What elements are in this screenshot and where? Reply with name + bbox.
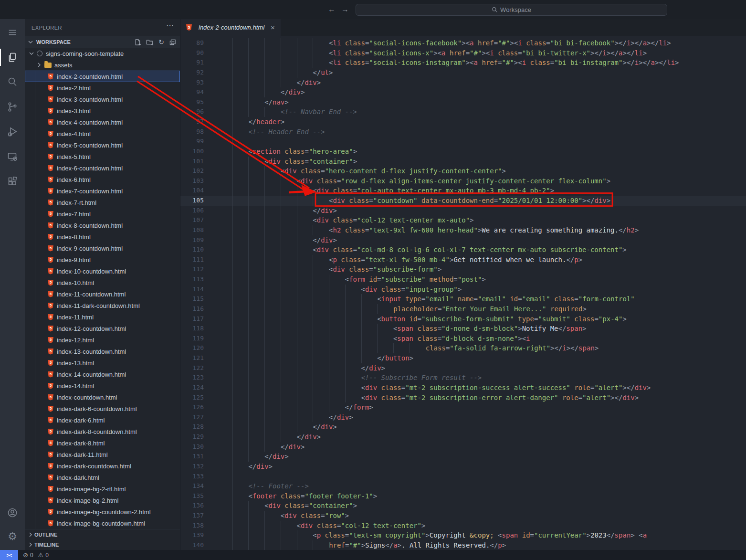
file-row[interactable]: 5 index-4.html (25, 128, 180, 139)
new-file-icon[interactable] (134, 39, 141, 46)
settings-gear-icon[interactable]: ⚙ (0, 527, 25, 546)
file-row[interactable]: 5 index-12-countdown.html (25, 323, 180, 334)
file-row[interactable]: 5 index-2.html (25, 82, 180, 94)
code-line: 107 <div class="col-12 text-center mx-au… (180, 215, 746, 225)
file-name: index-image-bg-2-rtl.html (57, 486, 126, 493)
file-row[interactable]: 5 index-11-countdown.html (25, 288, 180, 300)
html-file-icon: 5 (48, 96, 53, 103)
folder-icon (44, 63, 52, 68)
file-row[interactable]: 5 index-dark-8-countdown.html (25, 426, 180, 437)
code-line: 103 <div class="row d-flex align-items-c… (180, 176, 746, 186)
new-folder-icon[interactable] (146, 39, 154, 46)
file-row[interactable]: 5 index-6-countdown.html (25, 162, 180, 174)
search-sidebar-icon[interactable] (0, 72, 25, 93)
file-row[interactable]: 5 index-dark-11.html (25, 449, 180, 460)
html-file-icon: 5 (48, 165, 53, 171)
html-file-icon: 5 (48, 383, 53, 389)
file-row[interactable]: 5 index-dark-6.html (25, 414, 180, 426)
file-row[interactable]: 5 index-7-countdown.html (25, 185, 180, 197)
collapse-all-icon[interactable] (169, 39, 176, 46)
html-file-icon: 5 (48, 394, 53, 401)
outline-section-header[interactable]: OUTLINE (25, 529, 180, 539)
code-line: 130 </div> (180, 442, 746, 452)
file-row[interactable]: 5 index-3-countdown.html (25, 94, 180, 105)
explorer-icon[interactable] (0, 47, 25, 68)
file-name: index-dark-8-countdown.html (57, 428, 137, 435)
file-row[interactable]: 5 index-image-bg-countdown.html (25, 518, 180, 529)
account-icon[interactable] (0, 502, 25, 523)
file-row[interactable]: 5 index-2-countdown.html (25, 71, 180, 82)
file-row[interactable]: 5 index-dark-countdown.html (25, 460, 180, 472)
html-file-icon: 5 (48, 497, 53, 504)
menu-icon[interactable] (0, 22, 25, 43)
back-arrow-icon[interactable]: ← (326, 4, 337, 15)
folder-name: assets (54, 62, 73, 69)
file-row[interactable]: 5 index-9-countdown.html (25, 243, 180, 254)
line-number: 131 (180, 452, 204, 462)
workspace-search-input[interactable]: Workspace (356, 4, 667, 16)
tree-item-assets-folder[interactable]: assets (25, 59, 180, 71)
file-name: index-dark-countdown.html (57, 463, 131, 470)
file-row[interactable]: 5 index-dark.html (25, 472, 180, 483)
file-row[interactable]: 5 index-5-countdown.html (25, 139, 180, 151)
extensions-icon[interactable] (0, 171, 25, 192)
file-name: index-dark-8.html (57, 440, 105, 447)
file-row[interactable]: 5 index-11-dark-countdown.html (25, 300, 180, 311)
line-number: 137 (180, 511, 204, 521)
file-row[interactable]: 5 index-13.html (25, 357, 180, 369)
file-row[interactable]: 5 index-6.html (25, 174, 180, 185)
problems-errors[interactable]: ⊘ 0 (23, 551, 33, 559)
remote-explorer-icon[interactable] (0, 146, 25, 167)
file-row[interactable]: 5 index-8.html (25, 231, 180, 243)
file-row[interactable]: 5 index-countdown.html (25, 391, 180, 403)
file-name: index-dark.html (57, 474, 99, 481)
workspace-section-header[interactable]: WORKSPACE ↻ (25, 36, 180, 48)
line-number: 111 (180, 255, 204, 265)
file-row[interactable]: 5 index-4-countdown.html (25, 116, 180, 128)
file-row[interactable]: 5 index-3.html (25, 105, 180, 116)
code-line: 94 </div> (180, 87, 746, 97)
timeline-section-header[interactable]: TIMELINE (25, 539, 180, 550)
forward-arrow-icon[interactable]: → (340, 4, 350, 15)
file-row[interactable]: 5 index-image-bg-countdown-2.html (25, 506, 180, 518)
file-row[interactable]: 5 index-7-rt.html (25, 197, 180, 208)
file-row[interactable]: 5 index-dark-8.html (25, 437, 180, 449)
refresh-icon[interactable]: ↻ (158, 38, 164, 46)
line-number: 116 (180, 304, 204, 314)
run-debug-icon[interactable] (0, 121, 25, 142)
html-file-icon: 5 (48, 371, 53, 378)
code-line: 105 <div class="countdown" data-countdow… (180, 196, 746, 206)
problems-warnings[interactable]: ⚠ 0 (38, 551, 49, 559)
file-row[interactable]: 5 index-5.html (25, 151, 180, 162)
html-file-icon: 5 (48, 463, 53, 469)
html-file-icon: 5 (48, 486, 53, 492)
file-row[interactable]: 5 index-11.html (25, 311, 180, 323)
line-number: 106 (180, 206, 204, 216)
file-row[interactable]: 5 index-14.html (25, 380, 180, 391)
close-icon[interactable]: × (271, 23, 275, 32)
tree-item-root-folder[interactable]: signs-coming-soon-template (25, 48, 180, 59)
file-row[interactable]: 5 index-7.html (25, 208, 180, 220)
code-editor[interactable]: 89 <li class="social-icons-facebook"><a … (180, 36, 746, 550)
file-row[interactable]: 5 index-13-countdown.html (25, 346, 180, 357)
source-control-icon[interactable] (0, 96, 25, 117)
code-line: 114 <div class="input-group"> (180, 285, 746, 295)
code-line: 115 <input type="email" name="email" id=… (180, 294, 746, 304)
file-row[interactable]: 5 index-9.html (25, 254, 180, 265)
file-row[interactable]: 5 index-8-countdown.html (25, 220, 180, 231)
file-row[interactable]: 5 index-dark-6-countdown.html (25, 403, 180, 414)
line-number: 98 (180, 127, 204, 137)
file-row[interactable]: 5 index-14-countdown.html (25, 369, 180, 380)
file-row[interactable]: 5 index-10.html (25, 277, 180, 288)
file-row[interactable]: 5 index-10-countdown.html (25, 265, 180, 277)
file-row[interactable]: 5 index-12.html (25, 334, 180, 346)
file-row[interactable]: 5 index-image-bg-2-rtl.html (25, 483, 180, 495)
file-name: index-7.html (57, 211, 91, 218)
remote-indicator[interactable]: >< (0, 550, 18, 560)
explorer-overflow-icon[interactable]: ⋯ (166, 21, 174, 30)
tab-index-2-countdown[interactable]: 5 index-2-countdown.html × (180, 19, 281, 36)
file-name: index-image-bg-countdown-2.html (57, 508, 151, 516)
file-name: index-12-countdown.html (57, 325, 126, 332)
file-row[interactable]: 5 index-image-bg-2.html (25, 495, 180, 506)
tab-bar: 5 index-2-countdown.html × (180, 19, 746, 36)
